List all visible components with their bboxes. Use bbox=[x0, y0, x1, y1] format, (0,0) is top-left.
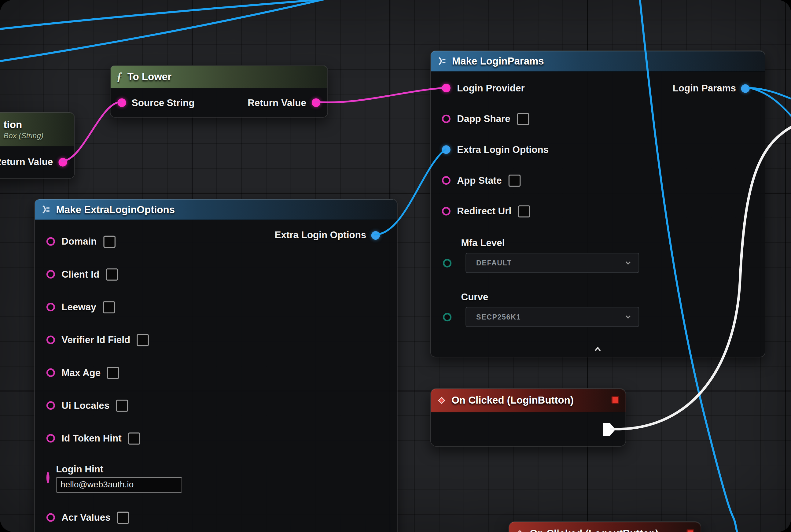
pin-row: Client Id bbox=[35, 258, 397, 290]
leeway-checkbox[interactable] bbox=[103, 301, 115, 314]
pin-row: Acr Values bbox=[35, 501, 397, 532]
pin-label: Login Hint bbox=[56, 463, 182, 475]
mfa-level-dropdown[interactable]: DEFAULT bbox=[465, 253, 639, 273]
node-to-lower[interactable]: ƒ To Lower Source String Return Value bbox=[110, 65, 328, 118]
mfa-level-block: Mfa Level DEFAULT bbox=[431, 238, 765, 273]
pin-row: Extra Login Options bbox=[431, 134, 765, 165]
pin-domain[interactable] bbox=[46, 237, 55, 246]
ui-locales-checkbox[interactable] bbox=[116, 399, 128, 412]
wire-blue-top-1[interactable] bbox=[0, 0, 334, 61]
pin-row: Id Token Hint bbox=[35, 422, 397, 455]
pin-id-token-hint[interactable] bbox=[46, 434, 55, 442]
output-login-params: Login Params bbox=[673, 82, 750, 94]
node-make-login-params[interactable]: Make LoginParams Login Params Login Prov… bbox=[430, 51, 765, 357]
pin-row: Dapp Share bbox=[431, 103, 765, 134]
blueprint-graph-canvas[interactable]: ƒ To Lower Source String Return Value ti… bbox=[0, 0, 791, 532]
node-header[interactable]: On Clicked (LoginButton) bbox=[431, 388, 626, 413]
node-title: On Clicked (LogoutButton) bbox=[530, 528, 659, 532]
client-id-checkbox[interactable] bbox=[106, 268, 118, 280]
pin-leeway[interactable] bbox=[46, 303, 55, 311]
pin-curve[interactable] bbox=[443, 312, 451, 321]
id-token-hint-checkbox[interactable] bbox=[128, 432, 140, 444]
chevron-up-icon bbox=[593, 346, 602, 353]
pin-verifier-id-field[interactable] bbox=[46, 336, 55, 344]
pin-label: Dapp Share bbox=[457, 113, 510, 125]
redirect-url-checkbox[interactable] bbox=[518, 205, 530, 217]
node-header[interactable]: On Clicked (LogoutButton) bbox=[509, 522, 700, 532]
node-header[interactable]: tion Box (String) bbox=[0, 113, 74, 147]
pin-acr-values[interactable] bbox=[46, 513, 55, 522]
pin-label: Redirect Url bbox=[457, 206, 512, 217]
node-subtitle: Box (String) bbox=[4, 131, 44, 139]
pin-login-provider[interactable] bbox=[442, 84, 450, 92]
chevron-down-icon bbox=[624, 314, 632, 320]
dapp-share-checkbox[interactable] bbox=[517, 113, 529, 125]
pin-label: Extra Login Options bbox=[275, 230, 366, 241]
node-header[interactable]: ƒ To Lower bbox=[110, 66, 327, 88]
pin-mfa-level[interactable] bbox=[443, 259, 451, 267]
node-make-extra-login-options[interactable]: Make ExtraLoginOptions Extra Login Optio… bbox=[34, 199, 397, 532]
node-header[interactable]: Make ExtraLoginOptions bbox=[35, 200, 397, 220]
make-struct-icon bbox=[41, 204, 51, 214]
pin-label: Extra Login Options bbox=[457, 144, 548, 155]
pin-row: Verifier Id Field bbox=[35, 323, 397, 356]
exec-output-pin[interactable] bbox=[603, 423, 615, 436]
login-hint-input[interactable] bbox=[56, 477, 182, 493]
pin-ui-locales[interactable] bbox=[46, 401, 55, 410]
blueprint-editor-screenshot: ƒ To Lower Source String Return Value ti… bbox=[0, 0, 791, 532]
pin-label: App State bbox=[457, 175, 502, 186]
app-state-checkbox[interactable] bbox=[508, 174, 521, 187]
node-title: Make LoginParams bbox=[452, 55, 544, 67]
pin-redirect-url[interactable] bbox=[442, 207, 450, 215]
output-extra-login-options: Extra Login Options bbox=[275, 229, 380, 241]
pin-label: Client Id bbox=[61, 269, 99, 280]
node-header[interactable]: Make LoginParams bbox=[431, 51, 765, 72]
node-title: Make ExtraLoginOptions bbox=[56, 204, 175, 215]
pin-login-hint[interactable] bbox=[46, 472, 50, 483]
pin-label: Verifier Id Field bbox=[61, 334, 130, 345]
pin-dapp-share[interactable] bbox=[442, 115, 450, 123]
dropdown-value: DEFAULT bbox=[466, 259, 624, 267]
pin-app-state[interactable] bbox=[442, 176, 450, 185]
node-on-clicked-logout-button[interactable]: On Clicked (LogoutButton) bbox=[508, 521, 701, 532]
pin-label: Return Value bbox=[0, 156, 53, 168]
make-struct-icon bbox=[437, 56, 447, 66]
domain-checkbox[interactable] bbox=[103, 235, 116, 248]
pin-label: Leeway bbox=[61, 302, 96, 312]
pin-return-value[interactable] bbox=[312, 98, 320, 107]
pin-row: Redirect Url bbox=[431, 196, 765, 227]
acr-values-checkbox[interactable] bbox=[117, 512, 129, 524]
function-icon: ƒ bbox=[116, 70, 122, 83]
delegate-pin[interactable] bbox=[611, 396, 619, 404]
pin-row: Leeway bbox=[35, 291, 397, 323]
pin-label: Login Params bbox=[673, 83, 736, 94]
dropdown-value: SECP256K1 bbox=[466, 313, 624, 321]
pin-source-string[interactable] bbox=[118, 98, 126, 107]
node-title: To Lower bbox=[128, 71, 172, 82]
collapse-pins-button[interactable] bbox=[593, 346, 602, 355]
delegate-pin[interactable] bbox=[687, 529, 694, 532]
node-partial-left[interactable]: tion Box (String) Return Value bbox=[0, 112, 75, 178]
wire-blue-top-2[interactable] bbox=[0, 0, 353, 30]
node-title: tion bbox=[4, 119, 22, 131]
wire-magenta-tolower-to-provider[interactable] bbox=[315, 88, 446, 102]
pin-label: Domain bbox=[61, 236, 97, 247]
pin-label: Return Value bbox=[248, 97, 306, 108]
node-title: On Clicked (LoginButton) bbox=[451, 394, 574, 406]
event-diamond-icon bbox=[515, 529, 524, 532]
max-age-checkbox[interactable] bbox=[107, 366, 119, 379]
pin-label: Id Token Hint bbox=[61, 433, 121, 444]
event-diamond-icon bbox=[437, 395, 446, 405]
curve-dropdown[interactable]: SECP256K1 bbox=[465, 307, 639, 327]
pin-label: Source String bbox=[132, 97, 195, 108]
pin-row: Max Age bbox=[35, 356, 397, 389]
pin-max-age[interactable] bbox=[46, 368, 55, 377]
pin-extra-login-options-in[interactable] bbox=[442, 145, 450, 154]
pin-label: Acr Values bbox=[61, 512, 110, 523]
node-on-clicked-login-button[interactable]: On Clicked (LoginButton) bbox=[430, 388, 626, 446]
pin-extra-login-options-out[interactable] bbox=[371, 231, 380, 240]
pin-return-value[interactable] bbox=[58, 158, 67, 166]
pin-client-id[interactable] bbox=[46, 270, 55, 279]
pin-login-params-out[interactable] bbox=[741, 84, 750, 93]
verifier-id-field-checkbox[interactable] bbox=[137, 334, 149, 346]
